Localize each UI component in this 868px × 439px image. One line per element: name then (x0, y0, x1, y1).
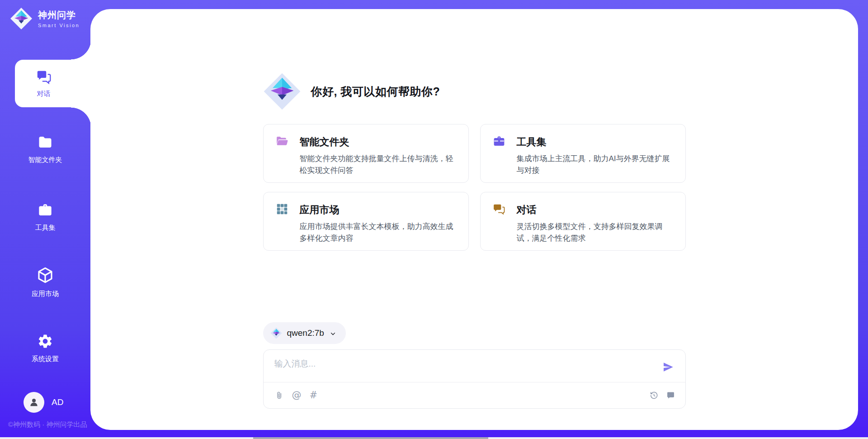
sidebar-item-app-market[interactable]: 应用市场 (0, 266, 90, 298)
model-name: qwen2:7b (287, 328, 324, 338)
composer-toolbar: @ # (264, 382, 685, 408)
sidebar: 神州问学 Smart Vision 对话 智能文件夹 工具集 (0, 0, 90, 439)
model-logo-icon (270, 327, 282, 339)
message-input[interactable] (274, 359, 661, 369)
card-description: 智能文件夹功能支持批量文件上传与清洗，轻松实现文件问答 (300, 153, 457, 176)
paperclip-icon (274, 391, 284, 400)
composer: @ # (263, 349, 686, 409)
toolbox-icon (37, 202, 53, 218)
toolbox-icon (492, 134, 506, 148)
sidebar-item-toolset[interactable]: 工具集 (0, 202, 90, 232)
greeting: 你好, 我可以如何帮助你? (263, 72, 686, 110)
attach-file-button[interactable] (274, 391, 284, 400)
send-button[interactable] (661, 360, 675, 376)
brand-logo-icon (10, 7, 33, 30)
greeting-title: 你好, 我可以如何帮助你? (311, 84, 440, 99)
sidebar-item-settings[interactable]: 系统设置 (0, 333, 90, 363)
card-title: 工具集 (517, 135, 674, 149)
app-root: 神州问学 Smart Vision 对话 智能文件夹 工具集 (0, 0, 868, 439)
mention-button[interactable]: @ (292, 391, 302, 400)
app-grid-icon (275, 202, 289, 216)
horizontal-scrollbar-thumb[interactable] (253, 437, 488, 439)
history-icon (649, 391, 659, 400)
assistant-logo-icon (263, 72, 301, 110)
user-name: AD (52, 397, 63, 407)
card-title: 智能文件夹 (300, 135, 457, 149)
folder-icon (37, 134, 53, 150)
card-description: 应用市场提供丰富长文本模板，助力高效生成多样化文章内容 (300, 221, 457, 244)
send-icon (662, 361, 675, 373)
card-toolset[interactable]: 工具集 集成市场上主流工具，助力AI与外界无缝扩展与对接 (480, 124, 686, 183)
card-smart-folder[interactable]: 智能文件夹 智能文件夹功能支持批量文件上传与清洗，轻松实现文件问答 (263, 124, 469, 183)
window-bottom-strip (0, 437, 868, 439)
at-icon: @ (292, 391, 302, 400)
card-description: 灵活切换多模型文件，支持多样回复效果调试，满足个性化需求 (517, 221, 674, 244)
composer-area: qwen2:7b (263, 322, 686, 409)
card-app-market[interactable]: 应用市场 应用市场提供丰富长文本模板，助力高效生成多样化文章内容 (263, 192, 469, 251)
avatar (24, 392, 44, 413)
sidebar-item-label: 智能文件夹 (28, 156, 62, 164)
sidebar-item-chat[interactable]: 对话 (15, 60, 91, 107)
card-chat[interactable]: 对话 灵活切换多模型文件，支持多样回复效果调试，满足个性化需求 (480, 192, 686, 251)
gear-icon (37, 333, 53, 349)
model-selector[interactable]: qwen2:7b (263, 322, 346, 344)
cube-icon (36, 266, 54, 284)
person-icon (28, 396, 40, 408)
chat-bubble-icon (666, 391, 675, 400)
folder-open-icon (275, 134, 289, 148)
user-profile[interactable]: AD (24, 392, 63, 413)
chat-icon (36, 69, 52, 85)
brand-name: 神州问学 (38, 9, 80, 21)
sidebar-item-smart-folder[interactable]: 智能文件夹 (0, 134, 90, 164)
brand-subtitle: Smart Vision (38, 23, 80, 28)
feature-cards: 智能文件夹 智能文件夹功能支持批量文件上传与清洗，轻松实现文件问答 工具集 集成… (263, 124, 686, 251)
chat-icon (492, 202, 506, 216)
topic-button[interactable]: # (310, 391, 318, 400)
sidebar-item-label: 工具集 (35, 224, 56, 232)
sidebar-item-label: 应用市场 (32, 290, 59, 298)
feedback-button[interactable] (666, 391, 675, 400)
brand: 神州问学 Smart Vision (10, 7, 80, 30)
main-panel: 你好, 我可以如何帮助你? 智能文件夹 智能文件夹功能支持批量文件上传与清洗，轻… (90, 9, 858, 430)
history-button[interactable] (649, 391, 659, 400)
hash-icon: # (310, 391, 318, 400)
sidebar-item-label: 对话 (37, 90, 51, 98)
sidebar-item-label: 系统设置 (32, 355, 59, 363)
card-description: 集成市场上主流工具，助力AI与外界无缝扩展与对接 (517, 153, 674, 176)
copyright-text: ©神州数码 · 神州问学出品 (8, 420, 87, 429)
chevron-down-icon (329, 330, 337, 338)
card-title: 应用市场 (300, 203, 457, 217)
card-title: 对话 (517, 203, 674, 217)
